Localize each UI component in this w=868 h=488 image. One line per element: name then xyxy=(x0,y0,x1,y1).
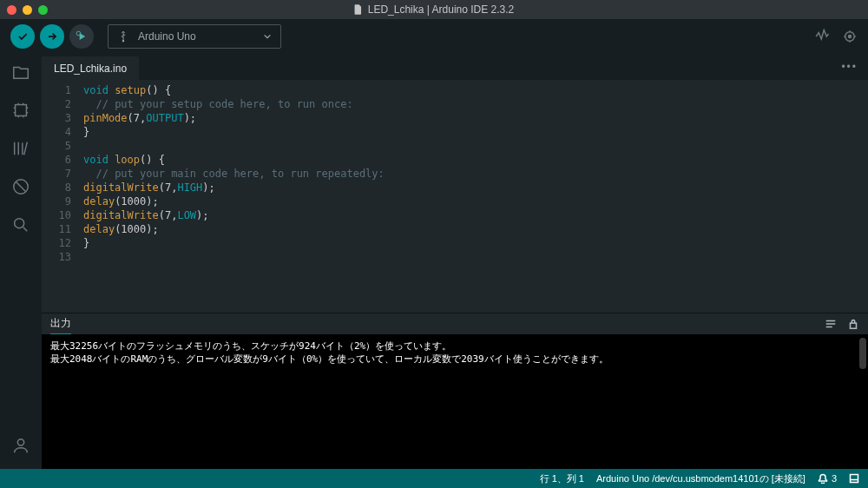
search-icon[interactable] xyxy=(11,215,30,234)
output-panel: 出力 最大32256バイトのフラッシュメモリのうち、スケッチが924バイト（2%… xyxy=(42,313,868,469)
titlebar: LED_Lchika | Arduino IDE 2.3.2 xyxy=(0,0,868,19)
svg-point-1 xyxy=(122,40,124,42)
debug-icon xyxy=(76,30,88,43)
arrow-right-icon xyxy=(46,30,58,43)
board-selector[interactable]: Arduino Uno xyxy=(108,24,281,49)
toolbar: Arduino Uno xyxy=(0,19,868,54)
debug-button[interactable] xyxy=(69,24,94,49)
panel-toggle-icon xyxy=(849,473,859,484)
svg-rect-8 xyxy=(851,323,857,328)
editor-area: LED_Lchika.ino ••• 12345678910111213 voi… xyxy=(42,54,868,469)
minimize-window-button[interactable] xyxy=(23,5,32,15)
line-gutter: 12345678910111213 xyxy=(42,80,83,313)
svg-rect-4 xyxy=(16,105,27,116)
account-icon[interactable] xyxy=(11,436,30,455)
tab-label: LED_Lchika.ino xyxy=(54,63,127,75)
debug-panel-icon[interactable] xyxy=(11,177,30,196)
svg-point-7 xyxy=(17,439,23,445)
board-name: Arduino Uno xyxy=(138,30,196,43)
verify-button[interactable] xyxy=(10,24,35,49)
panel-header: 出力 xyxy=(42,313,868,334)
editor-more-button[interactable]: ••• xyxy=(831,61,868,73)
main-area: LED_Lchika.ino ••• 12345678910111213 voi… xyxy=(0,54,868,469)
bell-icon xyxy=(818,473,828,484)
sketchbook-icon[interactable] xyxy=(11,63,30,82)
panel-options-icon[interactable] xyxy=(825,318,837,330)
panel-actions xyxy=(825,318,859,330)
toolbar-right xyxy=(814,29,858,44)
window-controls xyxy=(7,5,48,15)
file-icon xyxy=(354,4,363,15)
panel-tab-output[interactable]: 出力 xyxy=(50,313,71,335)
window-title-text: LED_Lchika | Arduino IDE 2.3.2 xyxy=(368,3,515,16)
check-icon xyxy=(16,30,29,43)
svg-point-6 xyxy=(15,219,24,228)
panel-scrollbar[interactable] xyxy=(859,338,866,369)
svg-point-3 xyxy=(849,36,852,38)
serial-monitor-icon[interactable] xyxy=(842,29,858,44)
activity-bar xyxy=(0,54,42,469)
usb-icon xyxy=(117,30,129,43)
board-status[interactable]: Arduino Uno /dev/cu.usbmodem14101の [未接続] xyxy=(596,472,806,485)
library-manager-icon[interactable] xyxy=(11,139,30,158)
tab-active[interactable]: LED_Lchika.ino xyxy=(42,56,139,80)
cursor-position[interactable]: 行 1、列 1 xyxy=(540,472,584,485)
svg-rect-9 xyxy=(851,475,858,483)
tab-bar: LED_Lchika.ino ••• xyxy=(42,54,868,80)
maximize-window-button[interactable] xyxy=(38,5,48,15)
window-title: LED_Lchika | Arduino IDE 2.3.2 xyxy=(354,3,515,16)
close-panel-button[interactable] xyxy=(849,473,859,484)
notification-count: 3 xyxy=(832,473,837,484)
statusbar: 行 1、列 1 Arduino Uno /dev/cu.usbmodem1410… xyxy=(0,469,868,488)
panel-lock-icon[interactable] xyxy=(847,318,859,330)
chevron-down-icon xyxy=(263,32,272,41)
upload-button[interactable] xyxy=(40,24,64,49)
output-line: 最大32256バイトのフラッシュメモリのうち、スケッチが924バイト（2%）を使… xyxy=(50,340,859,353)
serial-plotter-icon[interactable] xyxy=(814,29,830,44)
output-line: 最大2048バイトのRAMのうち、グローバル変数が9バイト（0%）を使っていて、… xyxy=(50,353,859,366)
code-lines[interactable]: void setup() { // put your setup code he… xyxy=(83,80,868,313)
board-manager-icon[interactable] xyxy=(11,101,30,120)
toolbar-left: Arduino Uno xyxy=(10,24,281,49)
notifications-button[interactable]: 3 xyxy=(818,473,837,484)
code-editor[interactable]: 12345678910111213 void setup() { // put … xyxy=(42,80,868,313)
close-window-button[interactable] xyxy=(7,5,16,15)
panel-body[interactable]: 最大32256バイトのフラッシュメモリのうち、スケッチが924バイト（2%）を使… xyxy=(42,334,868,469)
